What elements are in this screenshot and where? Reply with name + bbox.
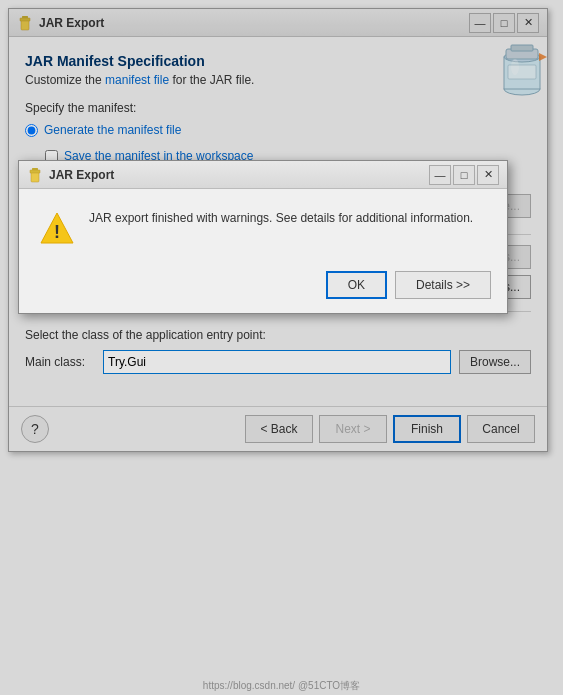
dialog-maximize-button[interactable]: □ [453,165,475,185]
jar-export-dialog: JAR Export — □ ✕ ! JAR export finished w… [18,160,508,314]
watermark: https://blog.csdn.net/ @51CTO博客 [203,679,360,693]
svg-text:!: ! [54,222,60,242]
dialog-title-text: JAR Export [49,168,114,182]
dialog-overlay: JAR Export — □ ✕ ! JAR export finished w… [0,0,563,695]
svg-rect-12 [30,170,40,173]
dialog-minimize-button[interactable]: — [429,165,451,185]
svg-rect-13 [32,168,38,170]
dialog-buttons: OK Details >> [19,263,507,313]
dialog-details-button[interactable]: Details >> [395,271,491,299]
dialog-content: ! JAR export finished with warnings. See… [19,189,507,263]
dialog-title-bar: JAR Export — □ ✕ [19,161,507,189]
dialog-title-left: JAR Export [27,167,114,183]
dialog-title-controls: — □ ✕ [429,165,499,185]
svg-rect-11 [31,172,39,182]
dialog-close-button[interactable]: ✕ [477,165,499,185]
dialog-ok-button[interactable]: OK [326,271,387,299]
dialog-message: JAR export finished with warnings. See d… [89,209,487,227]
warning-icon: ! [39,211,75,247]
dialog-jar-icon [27,167,43,183]
